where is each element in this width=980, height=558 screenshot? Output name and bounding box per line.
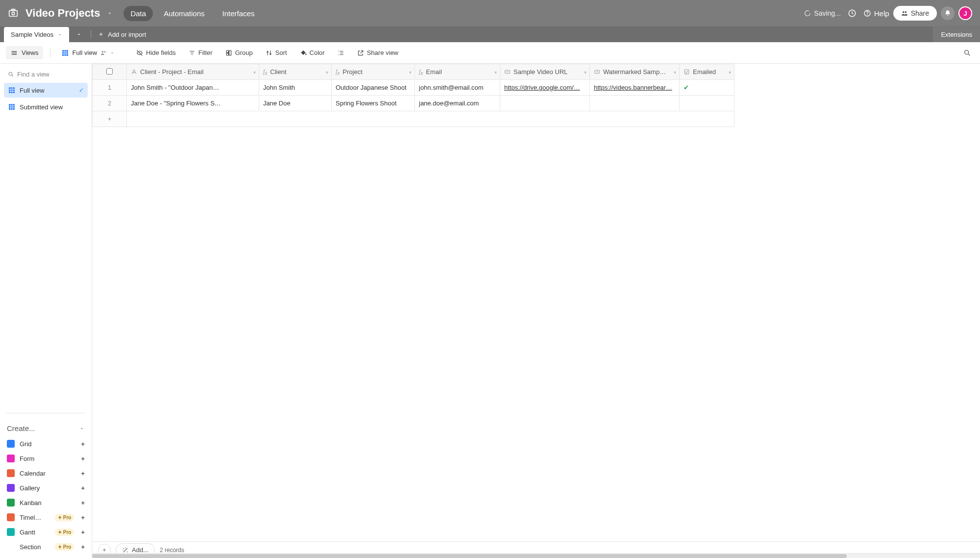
create-view-kanban[interactable]: Kanban+ [4, 495, 88, 510]
group-button[interactable]: Group [220, 46, 258, 59]
create-view-section[interactable]: Section✦ Pro+ [4, 539, 88, 554]
user-avatar[interactable]: J [958, 6, 972, 20]
create-view-calendar[interactable]: Calendar+ [4, 466, 88, 481]
plus-icon[interactable]: + [81, 529, 85, 536]
create-view-form[interactable]: Form+ [4, 451, 88, 466]
plus-icon[interactable]: + [81, 470, 85, 477]
chevron-down-icon[interactable] [57, 32, 62, 37]
column-header-email[interactable]: fxEmail▾ [415, 64, 500, 80]
column-menu-icon[interactable]: ▾ [326, 69, 328, 75]
cell-client[interactable]: John Smith [259, 80, 332, 96]
views-toggle-button[interactable]: Views [6, 46, 43, 59]
cell-primary[interactable]: Jane Doe - "Spring Flowers S… [127, 96, 259, 111]
notifications-button[interactable] [941, 6, 955, 20]
plus-icon[interactable]: + [81, 440, 85, 448]
row-number[interactable]: 2 [93, 96, 127, 111]
cell-url[interactable] [500, 96, 590, 111]
select-all-header[interactable] [93, 64, 127, 80]
help-button[interactable]: Help [863, 9, 889, 18]
column-menu-icon[interactable]: ▾ [409, 69, 412, 75]
extensions-button[interactable]: Extensions [933, 27, 980, 42]
plus-icon[interactable]: + [93, 111, 127, 127]
column-header-wm[interactable]: Watermarked Samp…▾ [590, 64, 680, 80]
plus-icon[interactable]: + [81, 543, 85, 551]
table-row[interactable]: 2Jane Doe - "Spring Flowers S…Jane DoeSp… [93, 96, 735, 111]
plus-icon[interactable]: + [81, 455, 85, 462]
table-row[interactable]: 1John Smith - "Outdoor Japan…John SmithO… [93, 80, 735, 96]
column-menu-icon[interactable]: ▾ [584, 69, 587, 75]
sidebar-view-full[interactable]: Full view ✓ [4, 83, 88, 98]
column-label: Client - Project - Email [140, 68, 203, 76]
view-label: Submitted view [20, 103, 63, 111]
create-view-gantt[interactable]: Gantt✦ Pro+ [4, 525, 88, 539]
find-view-input[interactable]: Find a view [4, 68, 88, 81]
column-menu-icon[interactable]: ▾ [674, 69, 676, 75]
plus-icon[interactable]: + [81, 514, 85, 521]
tables-list-button[interactable] [69, 31, 89, 37]
view-type-label: Grid [20, 440, 32, 448]
base-title[interactable]: Video Projects [25, 7, 100, 20]
tab-automations[interactable]: Automations [157, 6, 211, 21]
grid-scroll[interactable]: Client - Project - Email▾fxClient▾fxProj… [92, 64, 980, 553]
cell-primary[interactable]: John Smith - "Outdoor Japan… [127, 80, 259, 96]
select-all-checkbox[interactable] [106, 68, 113, 75]
column-menu-icon[interactable]: ▾ [494, 69, 497, 75]
cell-emailed[interactable] [680, 96, 735, 111]
column-menu-icon[interactable]: ▾ [729, 69, 731, 75]
grid-icon [8, 86, 16, 94]
column-header-url[interactable]: Sample Video URL▾ [500, 64, 590, 80]
cell-project[interactable]: Outdoor Japanese Shoot [332, 80, 415, 96]
grid-icon [8, 103, 16, 111]
column-header-project[interactable]: fxProject▾ [332, 64, 415, 80]
plus-icon[interactable]: + [81, 484, 85, 492]
sidebar-view-submitted[interactable]: Submitted view [4, 100, 88, 114]
field-type-icon: fx [263, 68, 267, 76]
column-header-client[interactable]: fxClient▾ [259, 64, 332, 80]
column-header-emailed[interactable]: Emailed▾ [680, 64, 735, 80]
column-header-primary[interactable]: Client - Project - Email▾ [127, 64, 259, 80]
row-number[interactable]: 1 [93, 80, 127, 96]
base-icon[interactable] [8, 8, 19, 19]
view-type-label: Calendar [20, 470, 46, 477]
tab-interfaces[interactable]: Interfaces [216, 6, 262, 21]
share-view-button[interactable]: Share view [352, 46, 403, 59]
horizontal-scrollbar[interactable] [92, 553, 980, 558]
base-menu-chevron-icon[interactable] [107, 10, 113, 16]
create-view-toggle[interactable]: Create... [4, 420, 88, 436]
add-row[interactable]: + [93, 111, 735, 127]
column-label: Watermarked Samp… [603, 68, 666, 76]
scrollbar-thumb[interactable] [92, 554, 847, 558]
grid-wrapper: Client - Project - Email▾fxClient▾fxProj… [92, 64, 980, 558]
create-view-grid[interactable]: Grid+ [4, 436, 88, 451]
cell-wm[interactable]: https://videos.bannerbear… [590, 80, 680, 96]
cell-emailed[interactable]: ✔ [680, 80, 735, 96]
divider [91, 30, 91, 39]
cell-email[interactable]: jane.doe@email.com [415, 96, 500, 111]
filter-label: Filter [198, 49, 213, 56]
history-icon[interactable] [845, 6, 859, 21]
sort-button[interactable]: Sort [261, 46, 292, 59]
cell-project[interactable]: Spring Flowers Shoot [332, 96, 415, 111]
column-menu-icon[interactable]: ▾ [253, 69, 256, 75]
share-button[interactable]: Share [893, 6, 937, 21]
cell-url[interactable]: https://drive.google.com/… [500, 80, 590, 96]
record-count: 2 records [160, 547, 184, 554]
cell-client[interactable]: Jane Doe [259, 96, 332, 111]
cell-wm[interactable] [590, 96, 680, 111]
cell-email[interactable]: john.smith@email.com [415, 80, 500, 96]
add-or-import-button[interactable]: Add or import [93, 31, 151, 38]
hide-fields-button[interactable]: Hide fields [131, 46, 181, 59]
filter-button[interactable]: Filter [184, 46, 218, 59]
create-view-timel[interactable]: Timel…✦ Pro+ [4, 510, 88, 525]
plus-icon[interactable]: + [81, 499, 85, 507]
create-view-gallery[interactable]: Gallery+ [4, 481, 88, 495]
chevron-down-icon[interactable] [110, 51, 115, 55]
row-height-button[interactable] [333, 47, 349, 59]
table-tab-active[interactable]: Sample Videos [4, 27, 69, 42]
svg-rect-2 [11, 9, 15, 11]
current-view-button[interactable]: Full view [57, 46, 119, 60]
color-button[interactable]: Color [295, 46, 330, 59]
column-label: Client [270, 68, 286, 76]
tab-data[interactable]: Data [123, 6, 153, 21]
search-records-button[interactable] [960, 46, 974, 60]
